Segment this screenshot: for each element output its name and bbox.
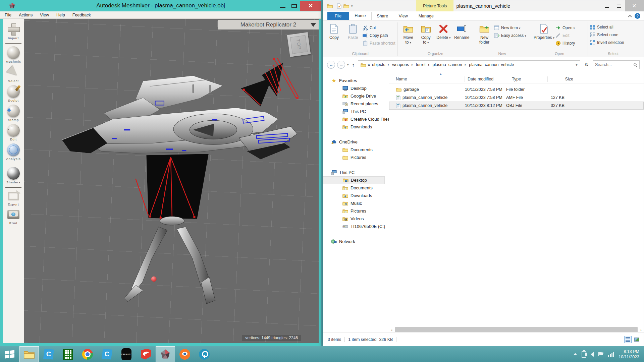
menu-view[interactable]: View: [40, 13, 49, 17]
close-button[interactable]: ✕: [625, 0, 644, 11]
tab-manage[interactable]: Manage: [413, 12, 439, 20]
nav-fav-downloads[interactable]: Downloads: [323, 123, 389, 131]
tool-edit[interactable]: Edit: [3, 124, 24, 141]
minimize-button[interactable]: [277, 1, 288, 11]
scroll-right-icon[interactable]: ›: [638, 328, 644, 332]
start-button[interactable]: [0, 346, 19, 362]
view-cube[interactable]: TOP: [287, 32, 311, 57]
copy-button[interactable]: Copy: [325, 22, 343, 40]
nav-pc-music[interactable]: Music: [323, 199, 389, 207]
taskbar-cura[interactable]: C: [39, 346, 58, 362]
properties-button[interactable]: Properties: [533, 22, 555, 40]
tool-select[interactable]: Select: [3, 66, 24, 83]
crumb-plasma-cannon-vehicle[interactable]: plasma_cannon_vehicle: [468, 62, 515, 67]
maximize-button[interactable]: [613, 2, 625, 10]
nav-pc-desktop[interactable]: Desktop: [323, 176, 385, 184]
menu-actions[interactable]: Actions: [19, 13, 33, 17]
up-button[interactable]: ↑: [352, 62, 355, 68]
tool-export[interactable]: Export: [3, 190, 24, 206]
scrollbar-thumb[interactable]: [395, 327, 638, 332]
nav-pc-c-drive[interactable]: TI10676500E (C:): [323, 223, 389, 230]
network-signal-icon[interactable]: [608, 352, 614, 357]
invert-selection-button[interactable]: Invert selection: [590, 40, 624, 45]
forward-button[interactable]: →: [337, 61, 345, 69]
crumb-turret[interactable]: turret: [415, 62, 427, 67]
thumbnail-view-button[interactable]: [633, 336, 640, 343]
tool-shaders[interactable]: Shaders: [3, 167, 24, 184]
select-none-button[interactable]: Select none: [590, 32, 624, 38]
printer-selector-dropdown[interactable]: Makerbot Replicator 2: [218, 20, 319, 29]
easy-access-button[interactable]: Easy access: [494, 33, 526, 38]
rename-button[interactable]: Rename: [453, 22, 471, 40]
file-row-obj-selected[interactable]: plasma_cannon_vehicle 10/11/2023 8:12 PM…: [389, 102, 644, 110]
open-button[interactable]: Open: [555, 25, 575, 31]
nav-pc-pictures[interactable]: Pictures: [323, 207, 389, 215]
refresh-button[interactable]: ↻: [582, 62, 591, 68]
address-dropdown-chevron-icon[interactable]: ▾: [576, 63, 579, 67]
tool-import[interactable]: Import: [3, 23, 24, 40]
column-type[interactable]: Type: [512, 77, 547, 81]
taskbar-calculator[interactable]: [58, 346, 78, 362]
minimize-ribbon-icon[interactable]: [628, 15, 632, 18]
column-name[interactable]: Name: [389, 77, 465, 81]
search-input[interactable]: [595, 62, 634, 67]
taskbar-file-explorer[interactable]: [19, 346, 39, 362]
copy-path-button[interactable]: Copy path: [363, 33, 395, 38]
history-button[interactable]: History: [555, 41, 575, 46]
back-button[interactable]: ←: [327, 61, 335, 69]
move-to-button[interactable]: Move to: [400, 22, 417, 45]
explorer-titlebar[interactable]: ▾ Picture Tools plasma_cannon_vehicle ✕: [323, 0, 644, 11]
clock[interactable]: 8:13 PM 10/11/2023: [619, 349, 639, 360]
taskbar-cura-2[interactable]: C: [97, 346, 117, 362]
nav-pc-videos[interactable]: Videos: [323, 215, 389, 223]
nav-fav-google-drive[interactable]: Google Drive: [323, 92, 389, 100]
tool-stamp[interactable]: Stamp: [3, 105, 24, 122]
file-row-garbage[interactable]: garbage 10/11/2023 7:58 PM File folder: [389, 85, 644, 94]
cut-button[interactable]: Cut: [363, 25, 395, 31]
taskbar-meshmixer[interactable]: [156, 346, 175, 362]
search-box[interactable]: [593, 60, 640, 69]
tool-analysis[interactable]: Analysis: [3, 143, 24, 161]
action-center-flag-icon[interactable]: [598, 352, 604, 356]
select-all-button[interactable]: Select all: [590, 24, 624, 30]
tab-file[interactable]: File: [327, 12, 349, 20]
details-view-button[interactable]: [624, 336, 632, 343]
nav-this-pc[interactable]: This PC: [323, 169, 389, 176]
delete-button[interactable]: Delete: [435, 22, 452, 40]
recent-locations-chevron-icon[interactable]: ▾: [347, 63, 349, 66]
tab-share[interactable]: Share: [372, 12, 393, 20]
nav-onedrive[interactable]: OneDrive: [323, 138, 389, 146]
nav-pc-downloads[interactable]: Downloads: [323, 192, 389, 199]
crumb-weapons[interactable]: weapons: [391, 62, 410, 67]
tool-meshmix[interactable]: Meshmix: [3, 46, 24, 63]
column-date-modified[interactable]: Date modified: [468, 77, 509, 81]
nav-pc-documents[interactable]: Documents: [323, 184, 389, 192]
column-size[interactable]: Size: [550, 77, 578, 81]
meshmixer-3d-viewport[interactable]: Makerbot Replicator 2 TOP vertices: 1449…: [24, 19, 319, 343]
help-icon[interactable]: ?: [635, 13, 640, 19]
tab-view[interactable]: View: [393, 12, 413, 20]
breadcrumb[interactable]: « objects ▸ weapons ▸ turret ▸ plasma_ca…: [358, 60, 580, 69]
tool-print[interactable]: Print: [3, 208, 24, 225]
new-folder-button[interactable]: New folder: [475, 22, 493, 45]
tool-sculpt[interactable]: Sculpt: [3, 85, 24, 102]
taskbar-blender[interactable]: [175, 346, 195, 362]
nav-fav-desktop[interactable]: Desktop: [323, 84, 389, 92]
crumb-plasma-cannon[interactable]: plasma_cannon: [431, 62, 463, 67]
nav-favorites[interactable]: ★ Favorites: [323, 77, 389, 84]
nav-fav-this-pc[interactable]: This PC: [323, 108, 389, 115]
crumb-objects[interactable]: objects: [371, 62, 387, 67]
scroll-left-icon[interactable]: ‹: [389, 328, 394, 332]
horizontal-scrollbar[interactable]: ‹ ›: [389, 327, 644, 333]
taskbar-sketchup[interactable]: [136, 346, 156, 362]
nav-od-documents[interactable]: Documents: [323, 146, 389, 154]
taskbar-chrome[interactable]: [78, 346, 97, 362]
nav-fav-creative-cloud[interactable]: Creative Cloud Files: [323, 115, 389, 123]
menu-file[interactable]: File: [5, 13, 11, 17]
maximize-button[interactable]: [288, 1, 300, 11]
nav-network[interactable]: Network: [323, 238, 389, 245]
tab-home[interactable]: Home: [349, 12, 371, 20]
meshmixer-titlebar[interactable]: Autodesk Meshmixer - plasma_cannon_vehic…: [0, 0, 321, 11]
file-row-amf[interactable]: plasma_cannon_vehicle 10/11/2023 7:58 PM…: [389, 94, 644, 102]
copy-to-button[interactable]: Copy to: [418, 22, 435, 45]
